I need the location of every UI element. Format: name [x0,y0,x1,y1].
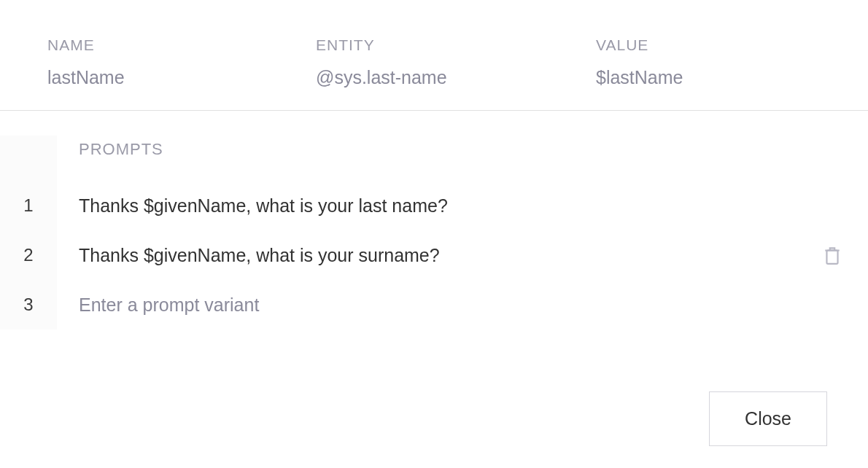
column-value: VALUE [596,36,829,88]
delete-prompt-button[interactable] [818,241,846,270]
prompts-index-rail: 1 2 3 [0,136,57,329]
prompts-title: PROMPTS [79,136,868,163]
prompt-index: 3 [0,280,57,329]
parameter-header-row: NAME ENTITY VALUE [0,0,868,111]
column-entity-label: ENTITY [316,36,596,54]
column-value-label: VALUE [596,36,829,54]
prompt-input[interactable] [79,195,846,217]
close-button[interactable]: Close [709,391,827,446]
prompt-index: 1 [0,181,57,230]
prompt-index: 2 [0,230,57,280]
dialog-footer: Close [709,391,827,446]
prompt-row [79,181,868,230]
prompts-body: PROMPTS [57,136,868,329]
prompt-row [79,230,868,280]
column-name-label: NAME [47,36,316,54]
entity-input[interactable] [316,67,582,88]
prompt-input-new[interactable] [79,295,846,316]
column-entity: ENTITY [316,36,596,88]
trash-icon [823,245,842,265]
name-input[interactable] [47,67,303,88]
value-input[interactable] [596,67,818,88]
svg-rect-0 [826,251,837,264]
prompts-section: 1 2 3 PROMPTS [0,111,868,329]
column-name: NAME [47,36,316,88]
prompt-row [79,280,868,329]
prompt-input[interactable] [79,245,818,266]
